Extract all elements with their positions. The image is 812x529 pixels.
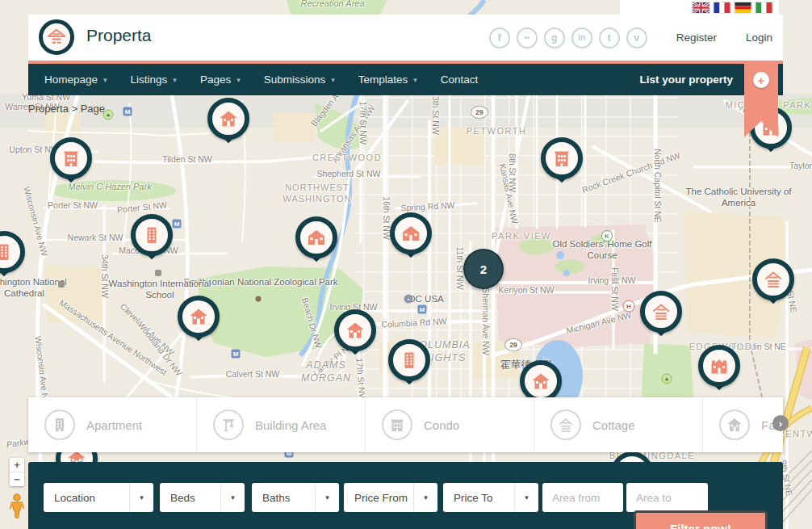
property-marker-building[interactable] — [388, 339, 430, 381]
marker-cluster[interactable]: 2 — [463, 249, 504, 289]
nav-item-submissions[interactable]: Submissions▾ — [264, 73, 335, 86]
baths-dropdown[interactable]: Baths▾ — [252, 483, 339, 512]
map-label: PETWORTH — [467, 126, 527, 137]
italian-flag[interactable] — [755, 2, 772, 13]
flickr-icon[interactable]: •• — [517, 27, 538, 48]
property-marker-condo[interactable] — [541, 137, 583, 179]
map-label: Washington National Cathedral — [0, 276, 73, 300]
property-marker-house[interactable] — [334, 309, 376, 351]
carousel-next-button[interactable]: › — [772, 415, 789, 431]
nav-item-label: Contact — [441, 73, 479, 86]
language-bar — [620, 0, 779, 15]
nav-item-contact[interactable]: Contact — [441, 73, 479, 86]
tree-map-icon: ♣ — [662, 374, 672, 384]
sq-map-icon — [58, 281, 65, 288]
map-label: First St NW — [609, 267, 619, 311]
tumblr-icon[interactable]: t — [599, 27, 620, 48]
filter-now-button[interactable]: Filter now! — [634, 510, 768, 529]
chevron-down-icon: ▾ — [129, 483, 153, 512]
breadcrumb[interactable]: Properta > Page — [28, 103, 105, 115]
chevron-down-icon: ▾ — [173, 76, 177, 84]
kk-map-icon: K — [601, 230, 613, 241]
brand-title[interactable]: Properta — [86, 26, 152, 45]
map-label: 13th St NW — [429, 91, 440, 135]
property-type-carousel: ApartmentBuilding AreaCondoCottageFamily… — [28, 397, 783, 452]
property-marker-condo[interactable] — [50, 137, 92, 179]
property-marker-building[interactable] — [0, 231, 25, 273]
english-flag[interactable] — [693, 2, 709, 13]
type-item-apartment[interactable]: Apartment — [28, 397, 197, 452]
list-your-property-button[interactable]: List your property — [639, 73, 733, 86]
marker-house-icon — [207, 98, 249, 140]
map-label: 8th St NW — [506, 153, 517, 192]
register-link[interactable]: Register — [676, 31, 717, 44]
location-dropdown[interactable]: Location▾ — [44, 483, 153, 512]
properta-logo-icon[interactable] — [39, 19, 74, 55]
metro-map-icon: M — [173, 220, 182, 229]
type-item-label: Building Area — [255, 418, 326, 432]
price-to-dropdown[interactable]: Price To▾ — [443, 483, 538, 512]
linkedin-icon[interactable]: in — [571, 27, 592, 48]
marker-building-icon — [388, 339, 430, 381]
chevron-down-icon: ▾ — [220, 483, 245, 512]
vimeo-icon[interactable]: v — [626, 27, 647, 48]
type-item-building-area[interactable]: Building Area — [197, 397, 366, 452]
map-label: Taylor — [789, 161, 812, 171]
type-item-condo[interactable]: Condo — [366, 397, 534, 452]
nav-item-templates[interactable]: Templates▾ — [358, 73, 417, 86]
social-icons: f••gintv — [483, 27, 647, 48]
map-zoom-control[interactable]: + − — [10, 458, 24, 486]
google-icon[interactable]: g — [544, 27, 565, 48]
facebook-icon[interactable]: f — [489, 27, 510, 48]
map-label: Tilden St NW — [162, 154, 211, 165]
property-marker-cottage[interactable] — [640, 291, 682, 333]
type-item-family-house[interactable]: Family House — [703, 397, 783, 452]
price-from-dropdown[interactable]: Price From▾ — [344, 483, 437, 512]
nav-item-label: Listings — [131, 73, 168, 86]
metro-map-icon: M — [123, 107, 132, 116]
map-label: Kenyon St NW — [499, 285, 555, 296]
metro-map-icon: M — [232, 350, 241, 359]
route-shield: 29 — [504, 338, 522, 351]
property-marker-mansion[interactable] — [698, 345, 740, 387]
beds-dropdown[interactable]: Beds▾ — [160, 483, 245, 512]
french-flag[interactable] — [714, 2, 730, 13]
type-item-label: Apartment — [86, 418, 142, 432]
streetview-pegman-icon[interactable] — [9, 493, 25, 522]
property-marker-school[interactable] — [390, 212, 432, 254]
nav-item-label: Templates — [358, 73, 408, 86]
type-item-cottage[interactable]: Cottage — [534, 397, 703, 452]
nav-item-listings[interactable]: Listings▾ — [131, 73, 177, 86]
map-label: North Capitol St NE — [651, 149, 662, 223]
zoom-in-button[interactable]: + — [10, 458, 24, 472]
zoom-out-button[interactable]: − — [10, 472, 24, 486]
chevron-down-icon: ▾ — [103, 76, 107, 84]
dropdown-selected-value: Beds — [160, 492, 220, 504]
marker-house-icon — [334, 309, 376, 351]
type-item-label: Condo — [424, 418, 459, 432]
shop-map-icon: ▪ — [404, 295, 413, 304]
marker-house-icon — [178, 296, 220, 338]
login-link[interactable]: Login — [746, 31, 772, 44]
property-marker-cottage[interactable] — [752, 258, 794, 300]
area-to-input[interactable] — [626, 483, 708, 512]
property-marker-building[interactable] — [131, 214, 173, 256]
area-from-input[interactable] — [542, 483, 623, 512]
nav-item-pages[interactable]: Pages▾ — [200, 73, 241, 86]
chevron-down-icon: ▾ — [236, 76, 241, 84]
add-property-plus-button[interactable]: + — [753, 72, 769, 88]
property-marker-house[interactable] — [520, 360, 562, 402]
marker-school-icon — [390, 212, 432, 254]
chevron-down-icon: ▾ — [413, 76, 417, 84]
property-marker-house[interactable] — [207, 98, 249, 140]
map-label: ADAMS MORGAN — [288, 359, 365, 384]
map-label: Porter St NW — [48, 200, 98, 211]
marker-condo-icon — [541, 137, 583, 179]
marker-condo-icon — [50, 137, 92, 179]
property-marker-school[interactable] — [295, 216, 337, 258]
dropdown-selected-value: Location — [44, 492, 129, 504]
map-label: Melvin C Hazen Park — [68, 182, 151, 193]
property-marker-house[interactable] — [178, 296, 220, 338]
german-flag[interactable] — [735, 2, 751, 13]
nav-item-homepage[interactable]: Homepage▾ — [44, 73, 107, 86]
